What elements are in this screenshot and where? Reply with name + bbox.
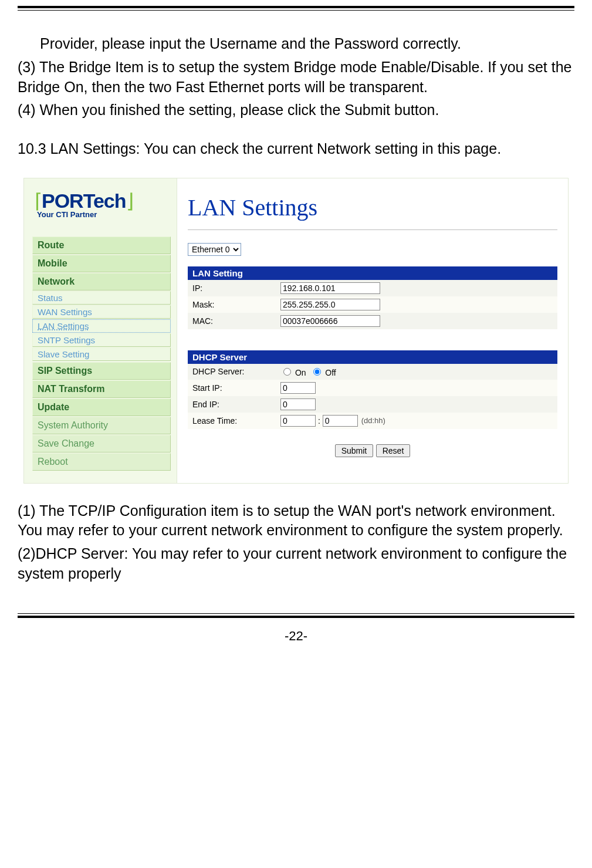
- ip-label: IP:: [192, 283, 280, 293]
- dhcp-panel-head: DHCP Server: [188, 350, 557, 364]
- lease-dd-input[interactable]: [280, 415, 316, 427]
- logo: ⌈PORTech⌋ Your CTI Partner: [32, 189, 171, 219]
- nav: Route Mobile Network Status WAN Settings…: [32, 237, 171, 471]
- bottom-rule: [18, 613, 574, 618]
- text-section-103: 10.3 LAN Settings: You can check the cur…: [18, 138, 574, 160]
- top-rule: [18, 6, 574, 11]
- dhcp-off-radio[interactable]: [313, 368, 321, 376]
- dhcp-on-text: On: [295, 368, 306, 377]
- text-bottom2: (2)DHCP Server: You may refer to your cu…: [18, 544, 574, 584]
- dhcp-on-radio[interactable]: [283, 368, 291, 376]
- dhcp-off-option[interactable]: Off: [310, 366, 336, 377]
- logo-bracket-right: ⌋: [126, 190, 133, 212]
- logo-text: PORTech: [42, 190, 126, 212]
- lease-hint: (dd:hh): [361, 416, 385, 425]
- lease-hh-input[interactable]: [323, 415, 358, 427]
- ethernet-select[interactable]: Ethernet 0: [188, 243, 241, 256]
- nav-route[interactable]: Route: [32, 237, 171, 254]
- nav-save[interactable]: Save Change: [32, 435, 171, 452]
- nav-sub-status[interactable]: Status: [32, 291, 171, 305]
- main-panel: LAN Settings Ethernet 0 LAN Setting IP: …: [177, 178, 568, 483]
- nav-network-sub: Status WAN Settings LAN Settings SNTP Se…: [32, 291, 171, 361]
- startip-input[interactable]: [280, 382, 316, 394]
- submit-button[interactable]: Submit: [335, 444, 374, 457]
- dhcp-on-option[interactable]: On: [280, 366, 306, 377]
- lease-label: Lease Time:: [192, 416, 280, 425]
- dhcp-off-text: Off: [325, 368, 336, 377]
- lease-colon: :: [316, 416, 323, 425]
- ip-input[interactable]: [280, 282, 380, 294]
- text-item4: (4) When you finished the setting, pleas…: [18, 100, 574, 120]
- logo-bracket-left: ⌈: [35, 190, 42, 212]
- endip-label: End IP:: [192, 400, 280, 409]
- lan-setting-panel: LAN Setting IP: Mask: MAC:: [188, 266, 557, 329]
- sidebar: ⌈PORTech⌋ Your CTI Partner Route Mobile …: [24, 178, 177, 483]
- lan-settings-ui: ⌈PORTech⌋ Your CTI Partner Route Mobile …: [23, 178, 569, 484]
- nav-nat[interactable]: NAT Transform: [32, 380, 171, 398]
- text-bottom1: (1) The TCP/IP Configuration item is to …: [18, 501, 574, 541]
- text-item3: (3) The Bridge Item is to setup the syst…: [18, 58, 574, 97]
- reset-button[interactable]: Reset: [376, 444, 411, 457]
- nav-sub-wan[interactable]: WAN Settings: [32, 305, 171, 319]
- nav-sub-slave[interactable]: Slave Setting: [32, 347, 171, 361]
- title-divider: [188, 229, 557, 230]
- nav-update[interactable]: Update: [32, 398, 171, 416]
- nav-sub-lan[interactable]: LAN Settings: [32, 319, 171, 333]
- mac-label: MAC:: [192, 316, 280, 326]
- text-provider: Provider, please input the Username and …: [18, 34, 574, 54]
- mask-label: Mask:: [192, 300, 280, 309]
- nav-reboot[interactable]: Reboot: [32, 453, 171, 471]
- mask-input[interactable]: [280, 299, 380, 310]
- startip-label: Start IP:: [192, 383, 280, 393]
- nav-sub-sntp[interactable]: SNTP Settings: [32, 333, 171, 347]
- endip-input[interactable]: [280, 398, 316, 410]
- page-number: -22-: [18, 629, 574, 656]
- nav-mobile[interactable]: Mobile: [32, 255, 171, 272]
- nav-sip[interactable]: SIP Settings: [32, 362, 171, 380]
- mac-input[interactable]: [280, 315, 380, 327]
- nav-network[interactable]: Network: [32, 273, 171, 291]
- button-row: Submit Reset: [188, 444, 557, 457]
- dhcp-label: DHCP Server:: [192, 367, 280, 376]
- page-title: LAN Settings: [188, 194, 557, 221]
- nav-sysauth[interactable]: System Authority: [32, 417, 171, 434]
- dhcp-panel: DHCP Server DHCP Server: On Off Start IP…: [188, 350, 557, 429]
- lan-panel-head: LAN Setting: [188, 266, 557, 280]
